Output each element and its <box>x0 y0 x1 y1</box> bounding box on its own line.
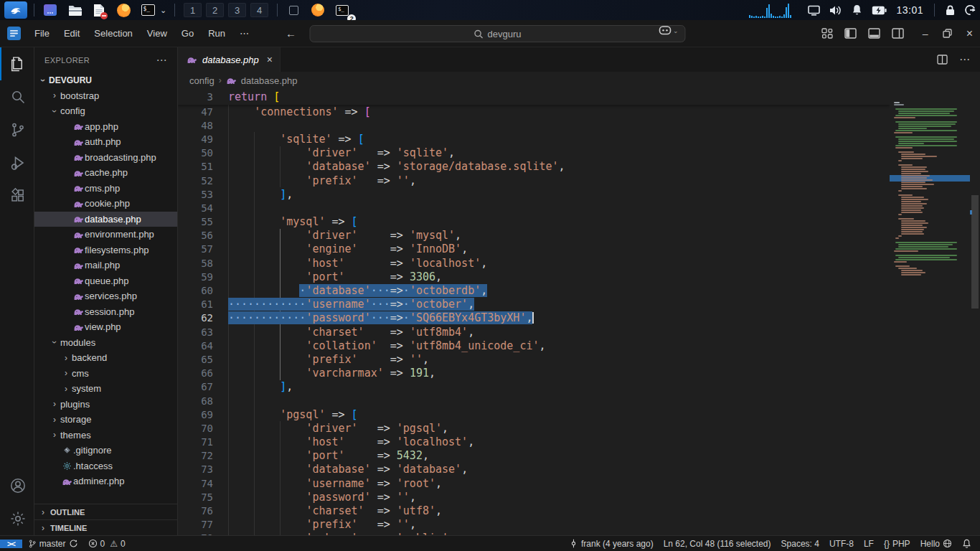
eol-status[interactable]: LF <box>859 539 878 549</box>
code-line-51[interactable]: 51 'database' => 'storage/database.sqlit… <box>178 160 890 174</box>
language-mode[interactable]: {}PHP <box>880 539 915 549</box>
search-icon[interactable] <box>0 80 34 113</box>
tree-item-system[interactable]: ›system <box>34 381 177 397</box>
code-line-55[interactable]: 55 'mysql' => [ <box>178 215 890 229</box>
tree-item-cookie-php[interactable]: cookie.php <box>34 196 177 212</box>
code-line-58[interactable]: 58 'host' => 'localhost', <box>178 256 890 270</box>
network-icon[interactable] <box>808 5 820 16</box>
tree-item-config[interactable]: ›config <box>34 103 177 119</box>
tree-item--gitignore[interactable]: .gitignore <box>34 443 177 458</box>
code-editor[interactable]: 3return [ 47 'connections' => [4849 'sql… <box>178 89 980 535</box>
code-line-70[interactable]: 70 'driver' => 'pgsql', <box>178 421 890 435</box>
notifications-bell[interactable] <box>958 539 976 549</box>
tree-item-filesystems-php[interactable]: filesystems.php <box>34 242 177 258</box>
firefox-icon[interactable] <box>114 1 133 19</box>
window-app-icon[interactable] <box>41 1 60 19</box>
tree-item-app-php[interactable]: app.php <box>34 119 177 135</box>
workspace-3[interactable]: 3 <box>228 3 246 17</box>
tree-item-cache-php[interactable]: cache.php <box>34 165 177 181</box>
code-line-61[interactable]: 61············'username'···=>·'october', <box>178 298 890 311</box>
tree-item-bootstrap[interactable]: ›bootstrap <box>34 88 177 104</box>
document-blocked-icon[interactable] <box>90 1 108 19</box>
tree-item-auth-php[interactable]: auth.php <box>34 134 177 150</box>
workspace-2[interactable]: 2 <box>206 3 224 17</box>
code-line-67[interactable]: 67 ], <box>178 380 890 394</box>
code-line-56[interactable]: 56 'driver' => 'mysql', <box>178 229 890 242</box>
tree-item-storage[interactable]: ›storage <box>34 412 177 428</box>
minimize-button[interactable]: – <box>923 28 928 39</box>
code-line-59[interactable]: 59 'port' => 3306, <box>178 270 890 283</box>
menu-run[interactable]: Run <box>202 25 232 42</box>
breadcrumb-file[interactable]: database.php <box>241 75 298 86</box>
code-line-71[interactable]: 71 'host' => 'localhost', <box>178 435 890 449</box>
cpu-graph[interactable] <box>749 2 801 18</box>
tree-item-database-php[interactable]: database.php <box>34 212 177 227</box>
menu-view[interactable]: View <box>141 25 174 42</box>
tree-item-services-php[interactable]: services.php <box>34 288 177 304</box>
code-line-72[interactable]: 72 'port' => 5432, <box>178 449 890 463</box>
code-line-48[interactable]: 48 <box>178 118 890 132</box>
customize-layout-icon[interactable] <box>821 28 833 39</box>
window-list-firefox-icon[interactable] <box>308 1 327 19</box>
file-manager-icon[interactable] <box>65 1 84 19</box>
toggle-secondary-sidebar-icon[interactable] <box>892 28 904 39</box>
toggle-panel-icon[interactable] <box>868 28 880 39</box>
code-line-53[interactable]: 53 ], <box>178 187 890 201</box>
settings-icon[interactable] <box>0 502 34 535</box>
indentation-status[interactable]: Spaces: 4 <box>777 539 824 549</box>
code-line-49[interactable]: 49 'sqlite' => [ <box>178 132 890 146</box>
code-line-68[interactable]: 68 <box>178 394 890 408</box>
cursor-position[interactable]: Ln 62, Col 48 (116 selected) <box>659 539 776 549</box>
terminal-dropdown-chevron-icon[interactable]: ⌄ <box>160 6 166 15</box>
code-line-65[interactable]: 65 'prefix' => '', <box>178 352 890 366</box>
tree-item-devguru[interactable]: ›DEVGURU <box>34 72 177 88</box>
toggle-sidebar-icon[interactable] <box>844 28 857 39</box>
tree-item-queue-php[interactable]: queue.php <box>34 273 177 289</box>
code-line-78[interactable]: 78 'schema' => 'public', <box>178 532 890 535</box>
source-control-icon[interactable] <box>0 113 34 146</box>
code-line-73[interactable]: 73 'database' => 'database', <box>178 463 890 476</box>
explorer-icon[interactable] <box>0 47 34 80</box>
menu-edit[interactable]: Edit <box>57 25 86 42</box>
nav-back-button[interactable]: ← <box>286 27 296 39</box>
scm-commit-status[interactable]: frank (4 years ago) <box>565 539 658 549</box>
tree-item-adminer-php[interactable]: adminer.php <box>34 474 177 489</box>
code-line-54[interactable]: 54 <box>178 201 890 215</box>
tree-item-broadcasting-php[interactable]: broadcasting.php <box>34 150 177 166</box>
code-line-47[interactable]: 47 'connections' => [ <box>178 105 890 118</box>
editor-scrollbar[interactable] <box>970 89 980 535</box>
tab-database-php[interactable]: database.php × <box>178 47 281 72</box>
tree-item-themes[interactable]: ›themes <box>34 428 177 443</box>
terminal-icon[interactable]: $_ <box>138 1 157 19</box>
menu-go[interactable]: Go <box>175 25 200 42</box>
run-debug-icon[interactable] <box>0 146 34 179</box>
sticky-scroll-line[interactable]: 3return [ <box>178 89 890 105</box>
code-line-74[interactable]: 74 'username' => 'root', <box>178 476 890 490</box>
tab-close-icon[interactable]: × <box>267 54 273 65</box>
battery-charging-icon[interactable] <box>872 6 887 15</box>
scrollbar-slider[interactable] <box>971 195 979 309</box>
problems-status[interactable]: 0 ⚠ 0 <box>84 539 130 549</box>
editor-more-actions[interactable]: ⋯ <box>959 53 970 66</box>
workspace-4[interactable]: 4 <box>250 3 268 17</box>
code-line-50[interactable]: 50 'driver' => 'sqlite', <box>178 146 890 160</box>
code-line-52[interactable]: 52 'prefix' => '', <box>178 174 890 187</box>
close-button[interactable]: × <box>966 27 973 40</box>
logout-icon[interactable] <box>964 4 976 16</box>
timeline-section[interactable]: › TIMELINE <box>34 519 177 535</box>
tree-item-modules[interactable]: ›modules <box>34 335 177 351</box>
split-editor-icon[interactable] <box>937 55 948 65</box>
extensions-icon[interactable] <box>0 179 34 212</box>
volume-icon[interactable] <box>829 5 842 16</box>
copilot-menu[interactable]: ⌄ <box>659 25 679 36</box>
notifications-icon[interactable] <box>852 4 862 16</box>
tree-item-environment-php[interactable]: environment.php <box>34 227 177 242</box>
encoding-status[interactable]: UTF-8 <box>825 539 858 549</box>
tree-item-mail-php[interactable]: mail.php <box>34 258 177 273</box>
tree-item--htaccess[interactable]: .htaccess <box>34 458 177 474</box>
explorer-more-actions[interactable]: ⋯ <box>156 54 167 67</box>
outline-section[interactable]: › OUTLINE <box>34 504 177 519</box>
code-line-69[interactable]: 69 'pgsql' => [ <box>178 408 890 421</box>
minimap[interactable] <box>890 89 970 535</box>
tree-item-cms[interactable]: ›cms <box>34 366 177 382</box>
